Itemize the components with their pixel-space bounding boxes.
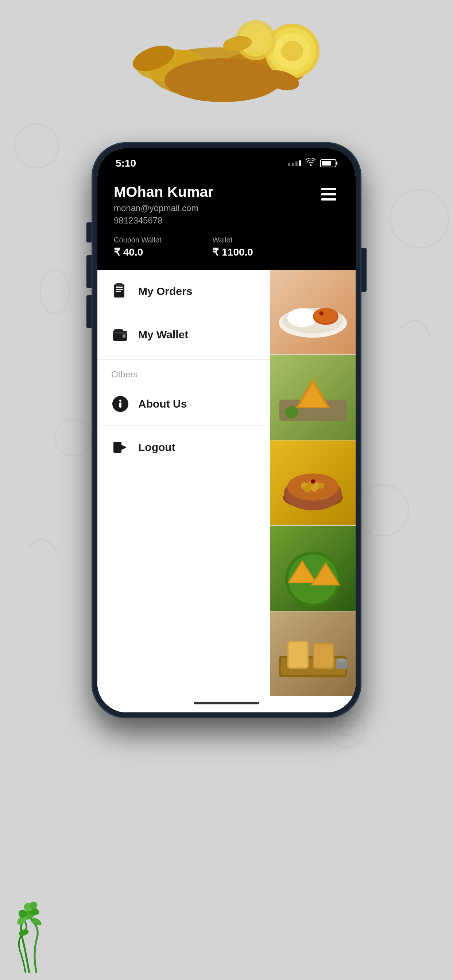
- food-image-2: [270, 355, 356, 441]
- svg-point-58: [318, 483, 324, 489]
- orders-icon: [111, 282, 129, 301]
- svg-point-73: [336, 659, 346, 662]
- svg-rect-21: [321, 188, 336, 190]
- logout-label: Logout: [138, 441, 175, 453]
- svg-rect-26: [116, 289, 123, 290]
- user-name: MOhan Kumar: [114, 184, 253, 200]
- wallet-icon: [111, 326, 129, 344]
- food-image-1: [270, 270, 356, 355]
- wifi-icon: [306, 158, 316, 169]
- others-section-label: Others: [97, 363, 270, 382]
- svg-point-0: [14, 124, 58, 168]
- phone-frame: 5:10: [91, 142, 362, 718]
- svg-point-57: [311, 485, 318, 492]
- about-us-item[interactable]: About Us: [97, 382, 270, 426]
- svg-point-4: [40, 270, 69, 313]
- svg-point-42: [314, 308, 338, 323]
- hamburger-button[interactable]: [318, 185, 339, 205]
- svg-point-15: [281, 41, 303, 61]
- user-phone: 9812345678: [114, 215, 253, 226]
- section-divider: [97, 360, 270, 360]
- svg-rect-30: [113, 332, 127, 334]
- svg-point-40: [287, 309, 317, 327]
- svg-rect-22: [321, 193, 336, 196]
- svg-point-81: [19, 910, 27, 918]
- food-image-4: [270, 526, 356, 611]
- logout-icon: [111, 438, 129, 457]
- svg-rect-25: [116, 286, 123, 288]
- svg-rect-33: [114, 329, 123, 332]
- veggie-decoration: [0, 870, 80, 973]
- svg-rect-69: [289, 642, 308, 667]
- my-wallet-label: My Wallet: [138, 328, 188, 341]
- svg-point-2: [55, 419, 91, 456]
- coupon-wallet: Coupon Wallet ₹ 40.0: [114, 236, 161, 258]
- battery-icon: [320, 159, 337, 167]
- svg-point-78: [18, 928, 30, 937]
- wallet-label: Wallet: [212, 236, 253, 244]
- wallet: Wallet ₹ 1100.0: [212, 236, 253, 258]
- svg-point-3: [357, 485, 408, 536]
- status-time: 5:10: [116, 158, 136, 169]
- info-icon: [111, 395, 129, 413]
- phone-wrapper: 5:10: [91, 142, 362, 718]
- screen-body: My Orders: [97, 270, 356, 696]
- svg-point-36: [119, 399, 121, 402]
- coupon-label: Coupon Wallet: [114, 236, 161, 244]
- my-wallet-item[interactable]: My Wallet: [97, 313, 270, 356]
- logout-item[interactable]: Logout: [97, 426, 270, 469]
- my-orders-label: My Orders: [138, 285, 192, 298]
- app-header: MOhan Kumar mohan@yopmail.com 9812345678…: [97, 173, 356, 270]
- svg-rect-27: [116, 291, 121, 292]
- svg-rect-71: [314, 644, 333, 667]
- food-sidebar: [270, 270, 356, 696]
- svg-point-1: [390, 189, 449, 248]
- wallet-amount: ₹ 1100.0: [212, 246, 253, 258]
- svg-point-56: [304, 486, 311, 493]
- food-image-3: [270, 441, 356, 526]
- svg-point-49: [285, 406, 298, 419]
- my-orders-item[interactable]: My Orders: [97, 270, 270, 313]
- about-us-label: About Us: [138, 398, 187, 410]
- svg-point-11: [164, 58, 281, 102]
- coupon-amount: ₹ 40.0: [114, 246, 161, 258]
- user-email: mohan@yopmail.com: [114, 203, 253, 213]
- signal-icon: [288, 161, 301, 166]
- svg-point-6: [339, 724, 343, 727]
- svg-rect-28: [116, 283, 122, 286]
- svg-point-59: [311, 479, 315, 484]
- svg-point-32: [123, 335, 125, 337]
- home-indicator: [97, 696, 356, 713]
- svg-marker-46: [298, 380, 328, 407]
- svg-rect-23: [321, 198, 336, 200]
- svg-point-7: [350, 724, 354, 727]
- food-image-5: [270, 611, 356, 696]
- phone-screen: 5:10: [97, 148, 356, 713]
- svg-point-80: [30, 902, 37, 909]
- svg-rect-35: [119, 402, 121, 407]
- svg-point-43: [319, 311, 324, 316]
- menu-area: My Orders: [97, 270, 270, 696]
